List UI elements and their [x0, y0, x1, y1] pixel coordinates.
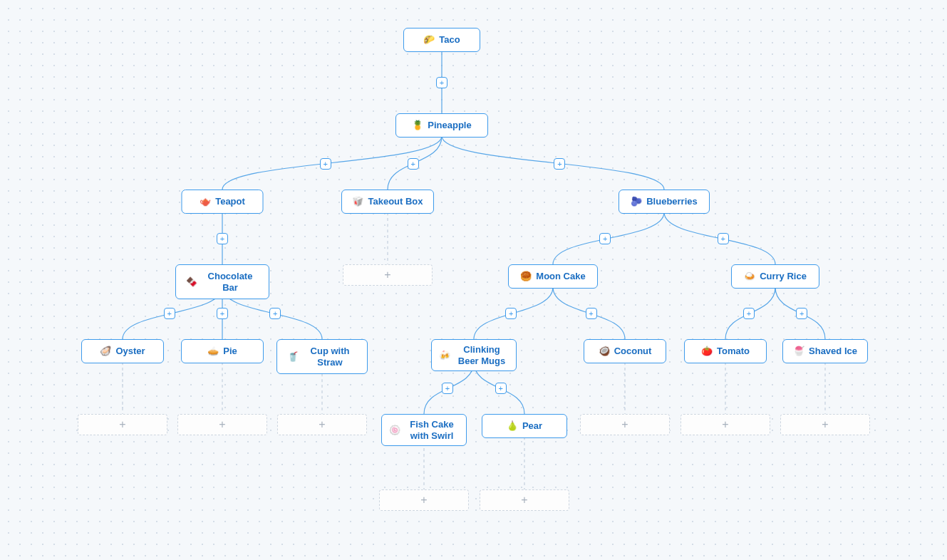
node-fishcake[interactable]: 🍥Fish Cake with Swirl: [381, 414, 467, 446]
edge-pineapple-blueberries: [442, 136, 664, 190]
placeholder-node[interactable]: +: [379, 489, 469, 511]
add-child-button[interactable]: +: [217, 233, 228, 244]
pineapple-icon: 🍍: [412, 120, 423, 131]
node-tomato[interactable]: 🍅Tomato: [684, 339, 767, 363]
add-child-button[interactable]: +: [796, 308, 807, 319]
add-child-button[interactable]: +: [599, 233, 611, 244]
node-curry[interactable]: 🍛Curry Rice: [731, 264, 819, 289]
pie-icon: 🥧: [207, 346, 219, 357]
diagram-canvas[interactable]: 🌮Taco🍍Pineapple🫖Teapot🥡Takeout Box🫐Blueb…: [0, 0, 947, 560]
coconut-label: Coconut: [614, 346, 652, 357]
chocolate-label: Chocolate Bar: [202, 271, 259, 293]
fishcake-label: Fish Cake with Swirl: [405, 419, 459, 441]
add-child-button[interactable]: +: [505, 308, 517, 319]
add-child-button[interactable]: +: [269, 308, 281, 319]
add-child-button[interactable]: +: [743, 308, 755, 319]
placeholder-node[interactable]: +: [177, 414, 267, 435]
add-child-button[interactable]: +: [495, 383, 507, 394]
node-mooncake[interactable]: 🥮Moon Cake: [508, 264, 598, 289]
blueberries-icon: 🫐: [631, 196, 642, 207]
cupstraw-icon: 🥤: [287, 351, 299, 363]
tomato-label: Tomato: [717, 346, 750, 357]
node-taco[interactable]: 🌮Taco: [403, 28, 480, 52]
placeholder-node[interactable]: +: [277, 414, 367, 435]
fishcake-icon: 🍥: [389, 425, 400, 436]
blueberries-label: Blueberries: [646, 196, 698, 207]
add-child-button[interactable]: +: [586, 308, 597, 319]
node-cupstraw[interactable]: 🥤Cup with Straw: [276, 339, 368, 374]
oyster-icon: 🦪: [100, 346, 111, 357]
shavedice-label: Shaved Ice: [809, 346, 857, 357]
chocolate-icon: 🍫: [186, 276, 197, 288]
node-coconut[interactable]: 🥥Coconut: [584, 339, 666, 363]
teapot-label: Teapot: [215, 196, 245, 207]
takeout-icon: 🥡: [352, 196, 363, 207]
node-chocolate[interactable]: 🍫Chocolate Bar: [175, 264, 269, 299]
add-child-button[interactable]: +: [554, 158, 565, 170]
oyster-label: Oyster: [115, 346, 145, 357]
curry-icon: 🍛: [744, 271, 755, 282]
placeholder-node[interactable]: +: [343, 264, 433, 286]
taco-icon: 🌮: [423, 34, 435, 46]
add-child-button[interactable]: +: [718, 233, 729, 244]
add-child-button[interactable]: +: [442, 383, 453, 394]
placeholder-node[interactable]: +: [580, 414, 670, 435]
pear-icon: 🍐: [507, 420, 518, 432]
node-pineapple[interactable]: 🍍Pineapple: [395, 113, 488, 138]
add-child-button[interactable]: +: [164, 308, 175, 319]
placeholder-node[interactable]: +: [681, 414, 770, 435]
add-child-button[interactable]: +: [408, 158, 419, 170]
curry-label: Curry Rice: [760, 271, 807, 282]
add-child-button[interactable]: +: [217, 308, 228, 319]
cupstraw-label: Cup with Straw: [303, 346, 357, 368]
beermugs-label: Clinking Beer Mugs: [455, 344, 509, 366]
node-teapot[interactable]: 🫖Teapot: [182, 190, 264, 214]
pie-label: Pie: [223, 346, 237, 357]
mooncake-icon: 🥮: [520, 271, 532, 282]
node-oyster[interactable]: 🦪Oyster: [81, 339, 164, 363]
node-pie[interactable]: 🥧Pie: [181, 339, 264, 363]
node-takeout[interactable]: 🥡Takeout Box: [341, 190, 434, 214]
add-child-button[interactable]: +: [320, 158, 331, 170]
beermugs-icon: 🍻: [439, 350, 450, 361]
node-shavedice[interactable]: 🍧Shaved Ice: [782, 339, 868, 363]
teapot-icon: 🫖: [200, 196, 211, 207]
placeholder-node[interactable]: +: [780, 414, 870, 435]
coconut-icon: 🥥: [599, 346, 610, 357]
takeout-label: Takeout Box: [368, 196, 423, 207]
tomato-icon: 🍅: [701, 346, 713, 357]
pineapple-label: Pineapple: [428, 120, 471, 131]
node-blueberries[interactable]: 🫐Blueberries: [619, 190, 710, 214]
pear-label: Pear: [522, 420, 542, 432]
placeholder-node[interactable]: +: [78, 414, 167, 435]
add-child-button[interactable]: +: [436, 77, 447, 88]
taco-label: Taco: [439, 34, 460, 46]
mooncake-label: Moon Cake: [536, 271, 585, 282]
node-pear[interactable]: 🍐Pear: [482, 414, 567, 438]
placeholder-node[interactable]: +: [480, 489, 569, 511]
node-beermugs[interactable]: 🍻Clinking Beer Mugs: [431, 339, 517, 371]
shavedice-icon: 🍧: [793, 346, 804, 357]
